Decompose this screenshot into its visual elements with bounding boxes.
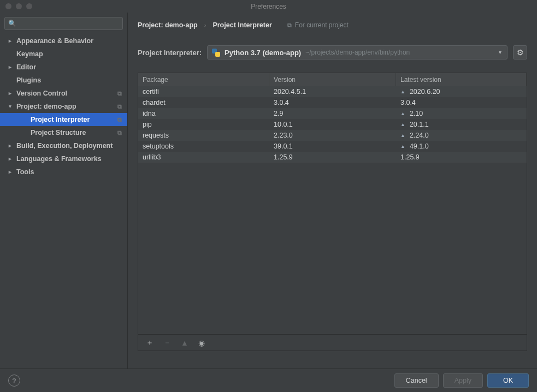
pkg-latest-value: 49.1.0: [410, 142, 429, 150]
sidebar-item-version-control[interactable]: ►Version Control⧉: [0, 87, 127, 100]
pkg-name: setuptools: [138, 142, 269, 150]
pkg-latest: ▲20.1.1: [396, 121, 527, 128]
table-row[interactable]: chardet3.0.43.0.4: [138, 97, 527, 108]
copy-icon: ⧉: [117, 90, 122, 97]
copy-icon: ⧉: [117, 103, 122, 110]
sidebar: 🔍 ►Appearance & Behavior►Keymap►Editor►P…: [0, 13, 128, 369]
pkg-latest-value: 2.24.0: [410, 132, 429, 139]
chevron-down-icon: ▼: [498, 50, 503, 55]
table-body: certifi2020.4.5.1▲2020.6.20chardet3.0.43…: [138, 86, 527, 334]
for-current-project-label: ⧉ For current project: [287, 21, 349, 29]
table-row[interactable]: pip10.0.1▲20.1.1: [138, 119, 527, 130]
apply-button[interactable]: Apply: [443, 373, 483, 388]
interpreter-select[interactable]: Python 3.7 (demo-app) ~/projects/demo-ap…: [207, 45, 508, 60]
tree-arrow-icon: ►: [8, 143, 13, 149]
sidebar-item-label: Tools: [16, 168, 34, 176]
tree-arrow-icon: ▼: [8, 104, 13, 109]
search-input[interactable]: 🔍: [4, 17, 123, 30]
pkg-version: 2020.4.5.1: [269, 88, 396, 96]
table-row[interactable]: idna2.9▲2.10: [138, 108, 527, 119]
sidebar-item-label: Plugins: [16, 76, 41, 84]
table-row[interactable]: certifi2020.4.5.1▲2020.6.20: [138, 86, 527, 97]
header-package[interactable]: Package: [138, 73, 269, 86]
sidebar-item-label: Appearance & Behavior: [16, 37, 93, 45]
sidebar-item-languages-frameworks[interactable]: ►Languages & Frameworks: [0, 152, 127, 165]
interpreter-path: ~/projects/demo-app/env/bin/python: [305, 49, 410, 56]
packages-table: Package Version Latest version certifi20…: [138, 73, 527, 351]
search-icon: 🔍: [8, 20, 16, 27]
remove-package-button[interactable]: －: [163, 338, 171, 348]
pkg-latest-value: 2020.6.20: [410, 88, 440, 96]
sidebar-item-tools[interactable]: ►Tools: [0, 165, 127, 179]
ok-button[interactable]: OK: [487, 373, 529, 388]
gear-icon: ⚙: [517, 48, 524, 57]
pkg-latest: 3.0.4: [396, 99, 527, 106]
upgrade-available-icon: ▲: [400, 144, 405, 149]
pkg-version: 1.25.9: [269, 153, 396, 161]
sidebar-item-appearance-behavior[interactable]: ►Appearance & Behavior: [0, 34, 127, 47]
sidebar-item-label: Keymap: [16, 50, 43, 58]
interpreter-settings-button[interactable]: ⚙: [513, 45, 527, 60]
sidebar-item-label: Project Interpreter: [31, 116, 90, 123]
header-version[interactable]: Version: [269, 73, 396, 86]
add-package-button[interactable]: ＋: [146, 338, 154, 348]
settings-tree: ►Appearance & Behavior►Keymap►Editor►Plu…: [0, 34, 127, 369]
copy-icon: ⧉: [117, 116, 122, 123]
pkg-name: idna: [138, 110, 269, 117]
table-row[interactable]: requests2.23.0▲2.24.0: [138, 130, 527, 141]
window-title: Preferences: [0, 3, 537, 10]
python-icon: [212, 49, 220, 57]
sidebar-item-keymap[interactable]: ►Keymap: [0, 47, 127, 61]
pkg-latest: ▲2.24.0: [396, 132, 527, 139]
upgrade-available-icon: ▲: [400, 133, 405, 138]
sidebar-item-label: Project Structure: [31, 129, 86, 136]
copy-icon: ⧉: [117, 129, 122, 136]
help-button[interactable]: ?: [8, 375, 20, 387]
sidebar-item-build-execution-deployment[interactable]: ►Build, Execution, Deployment: [0, 139, 127, 152]
pkg-version: 3.0.4: [269, 99, 396, 106]
pkg-name: chardet: [138, 99, 269, 106]
pkg-version: 10.0.1: [269, 121, 396, 128]
titlebar: Preferences: [0, 0, 537, 13]
pkg-latest-value: 3.0.4: [400, 99, 416, 106]
pkg-name: certifi: [138, 88, 269, 96]
chevron-right-icon: ›: [204, 22, 206, 28]
upgrade-package-button[interactable]: ▲: [181, 338, 188, 347]
pkg-latest: ▲49.1.0: [396, 142, 527, 150]
breadcrumb-part-project[interactable]: Project: demo-app: [138, 21, 198, 29]
main-panel: Project: demo-app › Project Interpreter …: [128, 13, 537, 369]
table-row[interactable]: setuptools39.0.1▲49.1.0: [138, 141, 527, 152]
sidebar-item-label: Version Control: [16, 90, 67, 97]
interpreter-name: Python 3.7 (demo-app): [225, 49, 301, 57]
sidebar-item-project-interpreter[interactable]: ►Project Interpreter⧉: [0, 113, 127, 126]
upgrade-available-icon: ▲: [400, 111, 405, 116]
breadcrumb: Project: demo-app › Project Interpreter …: [138, 18, 527, 32]
tree-arrow-icon: ►: [8, 169, 13, 175]
pkg-latest: ▲2020.6.20: [396, 88, 527, 96]
pkg-name: urllib3: [138, 153, 269, 161]
sidebar-item-plugins[interactable]: ►Plugins: [0, 74, 127, 87]
header-latest[interactable]: Latest version: [396, 73, 527, 86]
table-header: Package Version Latest version: [138, 73, 527, 86]
sidebar-item-label: Build, Execution, Deployment: [16, 142, 113, 150]
show-early-releases-button[interactable]: ◉: [198, 338, 205, 347]
pkg-latest-value: 2.10: [410, 110, 423, 117]
sidebar-item-project-demo-app[interactable]: ▼Project: demo-app⧉: [0, 100, 127, 113]
pkg-name: pip: [138, 121, 269, 128]
tree-arrow-icon: ►: [8, 64, 13, 70]
search-field[interactable]: [19, 20, 119, 27]
sidebar-item-label: Languages & Frameworks: [16, 155, 102, 163]
pkg-name: requests: [138, 132, 269, 139]
pkg-latest: 1.25.9: [396, 153, 527, 161]
dialog-footer: ? Cancel Apply OK: [0, 369, 537, 392]
cancel-button[interactable]: Cancel: [394, 373, 439, 388]
sidebar-item-editor[interactable]: ►Editor: [0, 61, 127, 74]
pkg-version: 39.0.1: [269, 142, 396, 150]
sidebar-item-label: Project: demo-app: [16, 103, 76, 110]
pkg-version: 2.23.0: [269, 132, 396, 139]
upgrade-available-icon: ▲: [400, 89, 405, 94]
tree-arrow-icon: ►: [8, 91, 13, 96]
sidebar-item-project-structure[interactable]: ►Project Structure⧉: [0, 126, 127, 139]
package-toolbar: ＋ － ▲ ◉: [138, 334, 527, 351]
table-row[interactable]: urllib31.25.91.25.9: [138, 152, 527, 163]
